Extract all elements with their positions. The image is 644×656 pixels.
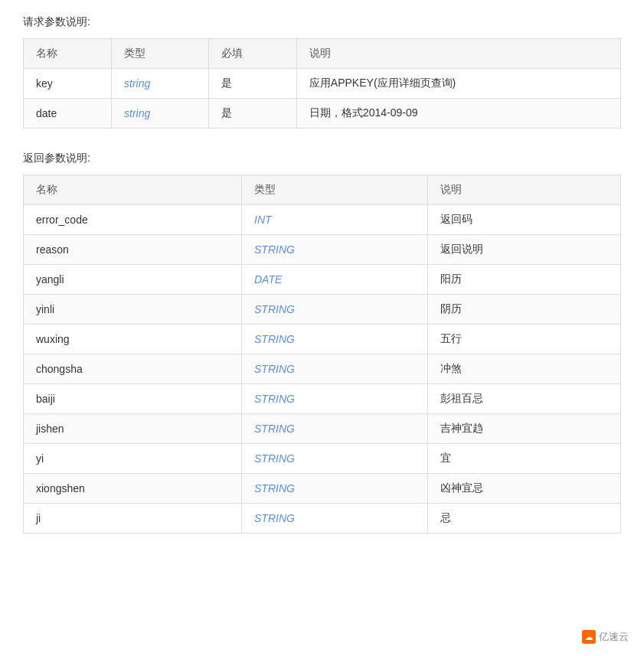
response-section: 返回参数说明: 名称 类型 说明 error_code INT 返回码 reas… <box>23 152 621 534</box>
response-row-type: INT <box>242 205 428 235</box>
response-row-type: STRING <box>242 504 428 534</box>
response-row-name: jishen <box>24 414 242 444</box>
response-row-name: yangli <box>24 265 242 295</box>
request-table-row: date string 是 日期，格式2014-09-09 <box>24 99 621 129</box>
response-row-desc: 五行 <box>428 325 621 354</box>
response-row-name: ji <box>24 504 242 534</box>
request-row-name: key <box>24 69 112 99</box>
request-col-desc: 说明 <box>296 39 620 69</box>
response-table-row: yangli DATE 阳历 <box>24 265 621 295</box>
response-table-row: wuxing STRING 五行 <box>24 325 621 354</box>
response-row-name: error_code <box>24 205 242 235</box>
response-table-row: ji STRING 忌 <box>24 504 621 534</box>
response-row-desc: 阳历 <box>428 265 621 295</box>
response-params-table: 名称 类型 说明 error_code INT 返回码 reason STRIN… <box>23 175 621 534</box>
request-table-header-row: 名称 类型 必填 说明 <box>24 39 621 69</box>
request-col-type: 类型 <box>112 39 209 69</box>
response-col-type: 类型 <box>242 175 428 205</box>
response-row-desc: 返回说明 <box>428 235 621 265</box>
response-row-type: STRING <box>242 414 428 444</box>
request-row-desc: 应用APPKEY(应用详细页查询) <box>296 69 620 99</box>
request-row-type: string <box>112 99 209 129</box>
response-table-header-row: 名称 类型 说明 <box>24 175 621 205</box>
request-section: 请求参数说明: 名称 类型 必填 说明 key string 是 应用APPKE… <box>23 15 621 129</box>
response-table-row: chongsha STRING 冲煞 <box>24 354 621 384</box>
response-table-row: yi STRING 宜 <box>24 444 621 474</box>
response-row-type: STRING <box>242 325 428 354</box>
request-row-required: 是 <box>208 69 296 99</box>
response-table-row: yinli STRING 阴历 <box>24 295 621 325</box>
response-row-desc: 阴历 <box>428 295 621 325</box>
response-section-title: 返回参数说明: <box>23 152 621 165</box>
response-col-name: 名称 <box>24 175 242 205</box>
response-row-name: baiji <box>24 384 242 414</box>
response-col-desc: 说明 <box>428 175 621 205</box>
response-row-name: yinli <box>24 295 242 325</box>
response-row-desc: 宜 <box>428 444 621 474</box>
request-col-name: 名称 <box>24 39 112 69</box>
response-row-type: STRING <box>242 474 428 504</box>
response-row-name: xiongshen <box>24 474 242 504</box>
response-row-name: reason <box>24 235 242 265</box>
response-row-desc: 忌 <box>428 504 621 534</box>
response-row-type: DATE <box>242 265 428 295</box>
response-row-type: STRING <box>242 235 428 265</box>
response-table-row: error_code INT 返回码 <box>24 205 621 235</box>
response-table-row: reason STRING 返回说明 <box>24 235 621 265</box>
response-row-type: STRING <box>242 354 428 384</box>
response-table-row: baiji STRING 彭祖百忌 <box>24 384 621 414</box>
response-row-name: wuxing <box>24 325 242 354</box>
request-section-title: 请求参数说明: <box>23 15 621 29</box>
request-row-type: string <box>112 69 209 99</box>
response-row-type: STRING <box>242 384 428 414</box>
response-row-name: yi <box>24 444 242 474</box>
request-row-name: date <box>24 99 112 129</box>
response-row-desc: 返回码 <box>428 205 621 235</box>
response-table-row: jishen STRING 吉神宜趋 <box>24 414 621 444</box>
response-row-desc: 冲煞 <box>428 354 621 384</box>
response-row-type: STRING <box>242 444 428 474</box>
response-table-row: xiongshen STRING 凶神宜忌 <box>24 474 621 504</box>
request-params-table: 名称 类型 必填 说明 key string 是 应用APPKEY(应用详细页查… <box>23 38 621 129</box>
response-row-desc: 吉神宜趋 <box>428 414 621 444</box>
response-row-name: chongsha <box>24 354 242 384</box>
request-row-required: 是 <box>208 99 296 129</box>
request-table-row: key string 是 应用APPKEY(应用详细页查询) <box>24 69 621 99</box>
response-row-desc: 彭祖百忌 <box>428 384 621 414</box>
response-row-type: STRING <box>242 295 428 325</box>
request-col-required: 必填 <box>208 39 296 69</box>
request-row-desc: 日期，格式2014-09-09 <box>296 99 620 129</box>
response-row-desc: 凶神宜忌 <box>428 474 621 504</box>
